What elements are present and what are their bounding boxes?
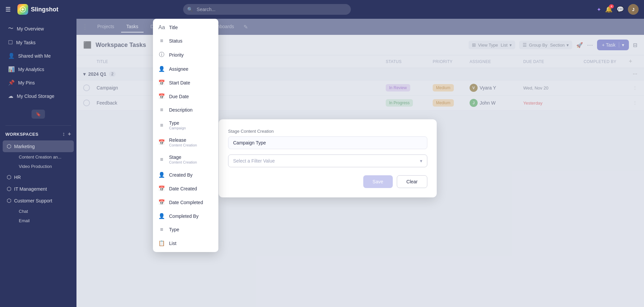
dropdown-item-release[interactable]: 📅 Release Content Creation <box>153 134 218 151</box>
dropdown-completed-by-label: Completed By <box>169 213 199 219</box>
sidebar-item-cloud-label: My Cloud Storage <box>17 94 54 99</box>
dropdown-item-title[interactable]: Aa Title <box>153 21 218 34</box>
analytics-icon: 📊 <box>8 66 15 72</box>
bookmark-icon: 🔖 <box>36 112 41 117</box>
dropdown-assignee-label: Assignee <box>169 66 189 72</box>
sidebar-item-analytics[interactable]: 📊 My Analytics <box>3 63 74 76</box>
user-avatar[interactable]: J <box>628 4 639 15</box>
sidebar-item-analytics-label: My Analytics <box>18 67 44 72</box>
content-area: ⋮ Projects Tasks Discussions Pins Dashbo… <box>76 19 644 307</box>
sidebar-divider <box>5 125 71 126</box>
dropdown-item-status[interactable]: ≡ Status <box>153 34 218 48</box>
dropdown-type-label: Type <box>169 120 179 126</box>
pins-icon: 📌 <box>8 79 15 86</box>
dropdown-item-start-date[interactable]: 📅 Start Date <box>153 76 218 89</box>
app-name: Slingshot <box>31 6 58 13</box>
workspace-item-customer-support[interactable]: ⬡ Customer Support <box>3 195 74 206</box>
search-bar: 🔍 <box>183 4 351 15</box>
dropdown-title-label: Title <box>169 25 178 30</box>
sidebar-item-shared-label: Shared with Me <box>18 53 51 59</box>
notification-icon[interactable]: 🔔 4 <box>605 6 612 13</box>
sidebar-item-pins-label: My Pins <box>18 80 35 85</box>
sidebar-nav: 〜 My Overview ☐ My Tasks 👤 Shared with M… <box>0 19 76 106</box>
dropdown-date-created-label: Date Created <box>169 186 197 191</box>
filter-save-button[interactable]: Save <box>363 175 393 188</box>
sidebar-item-pins[interactable]: 📌 My Pins <box>3 76 74 89</box>
sidebar-item-video-production[interactable]: Video Production <box>5 162 71 171</box>
type-icon: ≡ <box>158 122 165 128</box>
dropdown-item-list[interactable]: 📋 List <box>153 236 218 250</box>
workspace-marketing-icon: ⬡ <box>7 143 11 149</box>
dropdown-priority-label: Priority <box>169 52 184 58</box>
workspace-item-marketing[interactable]: ⬡ Marketing <box>3 140 74 152</box>
app-logo: Slingshot <box>17 4 58 15</box>
overview-icon: 〜 <box>8 25 13 32</box>
status-menu-icon: ≡ <box>158 38 165 44</box>
completed-by-icon: 👤 <box>158 213 165 219</box>
notification-badge: 4 <box>609 4 614 8</box>
email-label: Email <box>19 218 30 223</box>
filter-actions: Save Clear <box>228 175 427 188</box>
filter-clear-button[interactable]: Clear <box>397 175 427 188</box>
add-workspace-icon[interactable]: + <box>68 131 71 137</box>
sidebar-item-chat[interactable]: Chat <box>5 207 71 216</box>
dropdown-item-type[interactable]: ≡ Type Campaign <box>153 117 218 134</box>
dropdown-date-completed-label: Date Completed <box>169 200 203 205</box>
bookmark-button[interactable]: 🔖 <box>32 110 45 119</box>
sidebar-item-cloud[interactable]: ☁ My Cloud Storage <box>3 89 74 103</box>
filter-select-dropdown[interactable]: Select a Filter Value ▾ <box>228 155 427 167</box>
app-header: ☰ Slingshot 🔍 ✦ 🔔 4 💬 J <box>0 0 644 19</box>
dropdown-stage-sublabel: Content Creation <box>169 160 197 164</box>
dropdown-item-assignee[interactable]: 👤 Assignee <box>153 62 218 76</box>
workspace-list: ⬡ Marketing Content Creation an... Video… <box>0 140 76 226</box>
stage-icon: ≡ <box>158 157 165 163</box>
workspace-actions: ↕ + <box>62 131 71 137</box>
filter-dropdown-menu: Aa Title ≡ Status ⓘ Priority 👤 Assignee … <box>153 19 218 252</box>
video-production-label: Video Production <box>19 164 52 169</box>
search-input[interactable] <box>183 4 351 15</box>
dropdown-item-due-date[interactable]: 📅 Due Date <box>153 89 218 103</box>
search-icon: 🔍 <box>187 7 193 12</box>
filter-select-placeholder: Select a Filter Value <box>233 158 275 164</box>
sidebar-item-overview[interactable]: 〜 My Overview <box>3 22 74 36</box>
dropdown-item-stage[interactable]: ≡ Stage Content Creation <box>153 151 218 168</box>
dropdown-item-date-created[interactable]: 📅 Date Created <box>153 182 218 195</box>
message-icon[interactable]: 💬 <box>616 6 624 13</box>
filter-field-label: Stage Content Creation <box>228 129 427 134</box>
dropdown-created-by-label: Created By <box>169 172 193 178</box>
shared-icon: 👤 <box>8 53 15 59</box>
hamburger-icon[interactable]: ☰ <box>5 6 11 13</box>
workspace-it-icon: ⬡ <box>7 186 11 192</box>
workspace-cs-icon: ⬡ <box>7 197 11 204</box>
description-icon: ≡ <box>158 107 165 113</box>
header-actions: ✦ 🔔 4 💬 J <box>597 4 639 15</box>
sidebar-item-shared[interactable]: 👤 Shared with Me <box>3 49 74 62</box>
sidebar-item-email[interactable]: Email <box>5 216 71 225</box>
sidebar: 〜 My Overview ☐ My Tasks 👤 Shared with M… <box>0 19 76 307</box>
filter-field-value: Campaign Type <box>228 136 427 149</box>
dropdown-description-label: Description <box>169 107 193 113</box>
dropdown-item-date-completed[interactable]: 📅 Date Completed <box>153 195 218 209</box>
sidebar-item-tasks[interactable]: ☐ My Tasks <box>3 36 74 49</box>
main-layout: 〜 My Overview ☐ My Tasks 👤 Shared with M… <box>0 19 644 307</box>
workspace-it-label: IT Management <box>14 186 47 192</box>
sidebar-item-content-creation[interactable]: Content Creation an... <box>5 152 71 162</box>
dropdown-item-description[interactable]: ≡ Description <box>153 103 218 117</box>
dropdown-item-created-by[interactable]: 👤 Created By <box>153 168 218 182</box>
dropdown-type-sublabel: Campaign <box>169 126 186 130</box>
workspace-marketing-label: Marketing <box>14 144 35 149</box>
sort-icon[interactable]: ↕ <box>62 131 65 137</box>
dropdown-item-completed-by[interactable]: 👤 Completed By <box>153 209 218 223</box>
priority-menu-icon: ⓘ <box>158 51 165 58</box>
sparkle-icon[interactable]: ✦ <box>597 6 601 13</box>
workspace-item-hr[interactable]: ⬡ HR <box>3 171 74 183</box>
filter-select-arrow: ▾ <box>420 158 422 164</box>
start-date-icon: 📅 <box>158 79 165 86</box>
workspaces-header: Workspaces ↕ + <box>0 128 76 140</box>
dropdown-start-date-label: Start Date <box>169 80 190 85</box>
dropdown-release-label: Release <box>169 137 186 143</box>
dropdown-item-type2[interactable]: ≡ Type <box>153 223 218 236</box>
dropdown-list-label: List <box>169 241 176 246</box>
workspace-item-it[interactable]: ⬡ IT Management <box>3 183 74 195</box>
dropdown-item-priority[interactable]: ⓘ Priority <box>153 48 218 62</box>
